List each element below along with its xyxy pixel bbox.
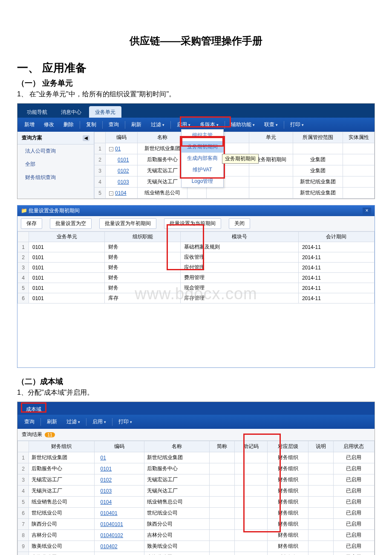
code-link[interactable]: 0103 — [118, 179, 129, 185]
set-current-button[interactable]: 批量设置为当前期间 — [164, 218, 221, 229]
row-number: 9 — [18, 541, 29, 552]
query-button[interactable]: 查询 — [104, 119, 123, 130]
menu-vat[interactable]: 维护VAT — [182, 164, 223, 176]
col-scope: 所属管控范围 — [293, 132, 343, 143]
table-row[interactable]: 5纸业销售总公司0104纸业销售总公司财务组织已启用 — [18, 497, 375, 508]
copy-button[interactable]: 复制 — [82, 119, 101, 130]
menu-org-manager[interactable]: 组织主管 — [182, 130, 223, 141]
collapse-icon[interactable]: ◀ — [83, 135, 89, 141]
code-link[interactable]: 0104 — [115, 190, 127, 196]
cell-module: 库存管理 — [181, 293, 299, 304]
tab-message[interactable]: 消息中心 — [55, 106, 87, 118]
table-row[interactable]: 8吉林分公司01040102吉林分公司财务组织已启用 — [18, 530, 375, 541]
code-link[interactable]: 0102 — [118, 168, 129, 174]
table-row[interactable]: 9致美纸业公司010402致美纸业公司财务组织已启用 — [18, 541, 375, 552]
tab-business-unit[interactable]: 业务单元 — [89, 106, 121, 118]
table-row[interactable]: 30101财务应付管理2014-11 — [18, 263, 375, 273]
code-link[interactable]: 01 — [97, 455, 106, 461]
table-row[interactable]: 10上海分公司01040201上海分公司财务组织已启用 — [18, 552, 375, 555]
cell-mnemonic — [234, 519, 267, 530]
enable-button[interactable]: 启用 — [173, 119, 195, 130]
table-row[interactable]: 50101财务现金管理2014-11 — [18, 283, 375, 293]
cell-mnemonic — [234, 508, 267, 519]
cell-org: 新世纪纸业集团 — [29, 452, 94, 463]
table-row[interactable]: 40103无锡兴达工厂新世纪纸业集团 — [95, 176, 375, 188]
table-row[interactable]: 5-0104纸业销售总公司新世纪纸业集团 — [95, 188, 375, 199]
separator — [40, 418, 41, 426]
code-link[interactable]: 0101 — [97, 466, 112, 472]
cell-code: 010402 — [94, 541, 144, 552]
code-link[interactable]: 01 — [115, 146, 121, 152]
modal-toolbar: 保存 批量设置为空 批量设置为年初期间 批量设置为当前期间 关闭 — [17, 216, 375, 231]
code-link[interactable]: 01040101 — [97, 521, 123, 527]
cell-level: 财务组织 — [267, 474, 308, 486]
refresh-button[interactable]: 刷新 — [43, 416, 61, 427]
enable-button[interactable]: 启用 — [88, 416, 110, 427]
print-button[interactable]: 打印 — [114, 416, 136, 427]
cell-period: 2014-11 — [298, 252, 374, 263]
code-link[interactable]: 01040102 — [97, 532, 123, 538]
save-button[interactable]: 保存 — [21, 218, 42, 229]
cell-status: 已启用 — [333, 452, 374, 463]
expand-icon[interactable]: - — [109, 147, 113, 151]
table-row[interactable]: 1-01新世纪纸业集团 — [95, 143, 375, 154]
table-row[interactable]: 2后勤服务中心0101后勤服务中心财务组织已启用 — [18, 463, 375, 474]
row-number: 4 — [95, 176, 106, 188]
col-rownum — [18, 232, 29, 242]
multiversion-button[interactable]: 多版本 — [196, 119, 223, 130]
cell-func: 库存 — [105, 293, 181, 304]
table-row[interactable]: 10101财务基础档案及规则2014-11 — [18, 242, 375, 252]
table-row[interactable]: 60101库存库存管理2014-11 — [18, 293, 375, 304]
col-short: 简称 — [210, 441, 234, 452]
table-row[interactable]: 7陕西分公司01040101陕西分公司财务组织已启用 — [18, 519, 375, 530]
expand-icon[interactable]: - — [109, 191, 113, 196]
code-link[interactable]: 0101 — [118, 157, 129, 163]
print-button[interactable]: 打印 — [286, 119, 308, 130]
code-link[interactable]: 010402 — [97, 543, 118, 549]
cell-name: 世纪纸业公司 — [144, 508, 209, 519]
cell-mnemonic — [234, 497, 267, 508]
table-row[interactable]: 30102无锡宏远工厂业集团 — [95, 165, 375, 176]
table-row[interactable]: 1新世纪纸业集团01新世纪纸业集团财务组织已启用 — [18, 452, 375, 463]
close-icon[interactable]: × — [363, 208, 371, 214]
link-query-button[interactable]: 联查 — [260, 119, 282, 130]
modal-title: 批量设置业务期初期间 — [29, 208, 80, 214]
set-empty-button[interactable]: 批量设置为空 — [50, 218, 92, 229]
code-link[interactable]: 010401 — [97, 510, 118, 516]
refresh-button[interactable]: 刷新 — [127, 119, 146, 130]
set-year-begin-button[interactable]: 批量设置为年初期间 — [99, 218, 156, 229]
edit-button[interactable]: 修改 — [40, 119, 58, 130]
code-link[interactable]: 0104 — [97, 499, 112, 505]
aux-function-button[interactable]: 辅助功能 — [227, 119, 259, 130]
table-row[interactable]: 3无锡宏远工厂0102无锡宏远工厂财务组织已启用 — [18, 474, 375, 486]
table-row[interactable]: 40101财务费用管理2014-11 — [18, 273, 375, 283]
menu-logo[interactable]: Logo管理 — [182, 176, 223, 187]
cell-scope: 新世纪纸业集团 — [293, 176, 343, 188]
menu-gen-internal[interactable]: 生成内部客商 — [182, 153, 223, 164]
code-link[interactable]: 0103 — [97, 488, 112, 494]
table-row[interactable]: 20101财务应收管理2014-11 — [18, 252, 375, 263]
query-legal-company[interactable]: 法人公司查询 — [17, 145, 94, 158]
toolbar: 查询 刷新 过滤 启用 打印 — [17, 415, 375, 429]
row-number: 6 — [18, 293, 29, 304]
delete-button[interactable]: 删除 — [59, 119, 78, 130]
filter-button[interactable]: 过滤 — [62, 416, 84, 427]
filter-button[interactable]: 过滤 — [147, 119, 169, 130]
new-button[interactable]: 新增 — [20, 119, 39, 130]
query-finance-org[interactable]: 财务组织查询 — [17, 171, 94, 184]
menu-period-init[interactable]: 业务期初期间 — [182, 141, 223, 153]
row-number: 1 — [95, 143, 106, 154]
tab-nav[interactable]: 功能导航 — [21, 106, 53, 118]
query-button[interactable]: 查询 — [20, 416, 39, 427]
cell-short — [210, 508, 234, 519]
tab-cost-domain[interactable]: 成本域 — [21, 404, 46, 415]
code-link[interactable]: 0102 — [97, 477, 112, 483]
table-row[interactable]: 4无锡兴达工厂0103无锡兴达工厂财务组织已启用 — [18, 486, 375, 497]
close-button[interactable]: 关闭 — [229, 218, 250, 229]
cell-name: 吉林分公司 — [144, 530, 209, 541]
org-table: 编码 名称 简称 单元 所属管控范围 实体属性 1-01新世纪纸业集团20101… — [94, 132, 375, 199]
query-all[interactable]: 全部 — [17, 158, 94, 171]
cell-code: 01 — [94, 452, 144, 463]
cell-mnemonic — [234, 474, 267, 486]
table-row[interactable]: 6世纪纸业公司010401世纪纸业公司财务组织已启用 — [18, 508, 375, 519]
